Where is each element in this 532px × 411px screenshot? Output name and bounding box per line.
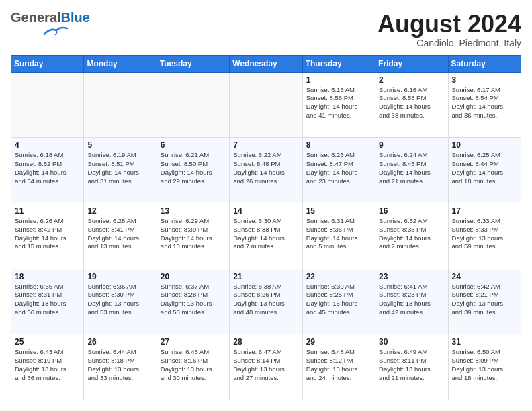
day-info: Sunrise: 6:31 AM Sunset: 8:36 PM Dayligh… bbox=[306, 217, 371, 251]
day-number: 21 bbox=[233, 272, 298, 281]
day-info: Sunrise: 6:24 AM Sunset: 8:45 PM Dayligh… bbox=[379, 151, 444, 185]
table-row: 7Sunrise: 6:22 AM Sunset: 8:48 PM Daylig… bbox=[230, 138, 302, 203]
table-row: 4Sunrise: 6:18 AM Sunset: 8:52 PM Daylig… bbox=[11, 138, 84, 203]
logo: GeneralBlue bbox=[11, 11, 90, 40]
day-number: 19 bbox=[87, 272, 152, 281]
day-info: Sunrise: 6:35 AM Sunset: 8:31 PM Dayligh… bbox=[15, 283, 80, 317]
day-info: Sunrise: 6:43 AM Sunset: 8:19 PM Dayligh… bbox=[15, 348, 80, 382]
day-info: Sunrise: 6:48 AM Sunset: 8:12 PM Dayligh… bbox=[306, 348, 371, 382]
day-number: 10 bbox=[452, 140, 517, 150]
day-number: 27 bbox=[161, 337, 226, 347]
table-row: 30Sunrise: 6:49 AM Sunset: 8:11 PM Dayli… bbox=[375, 334, 448, 400]
day-info: Sunrise: 6:18 AM Sunset: 8:52 PM Dayligh… bbox=[15, 151, 80, 185]
day-number: 26 bbox=[87, 337, 152, 347]
day-number: 8 bbox=[306, 140, 371, 150]
table-row: 17Sunrise: 6:33 AM Sunset: 8:33 PM Dayli… bbox=[448, 203, 521, 269]
table-row: 28Sunrise: 6:47 AM Sunset: 8:14 PM Dayli… bbox=[230, 334, 302, 400]
day-info: Sunrise: 6:42 AM Sunset: 8:21 PM Dayligh… bbox=[452, 283, 517, 317]
day-number: 2 bbox=[379, 75, 444, 85]
day-number: 1 bbox=[306, 75, 371, 85]
table-row: 21Sunrise: 6:38 AM Sunset: 8:26 PM Dayli… bbox=[230, 269, 302, 334]
day-number: 28 bbox=[233, 337, 298, 347]
day-info: Sunrise: 6:23 AM Sunset: 8:47 PM Dayligh… bbox=[306, 151, 371, 185]
table-row bbox=[230, 72, 302, 138]
table-row: 31Sunrise: 6:50 AM Sunset: 8:09 PM Dayli… bbox=[448, 334, 521, 400]
day-info: Sunrise: 6:29 AM Sunset: 8:39 PM Dayligh… bbox=[161, 217, 226, 251]
day-info: Sunrise: 6:36 AM Sunset: 8:30 PM Dayligh… bbox=[87, 283, 152, 317]
table-row: 26Sunrise: 6:44 AM Sunset: 8:18 PM Dayli… bbox=[84, 334, 157, 400]
table-row bbox=[157, 72, 229, 138]
table-row: 10Sunrise: 6:25 AM Sunset: 8:44 PM Dayli… bbox=[448, 138, 521, 203]
day-number: 7 bbox=[233, 140, 298, 150]
day-number: 3 bbox=[452, 75, 517, 85]
day-number: 29 bbox=[306, 337, 371, 347]
title-section: August 2024 Candiolo, Piedmont, Italy bbox=[378, 11, 521, 48]
table-row: 29Sunrise: 6:48 AM Sunset: 8:12 PM Dayli… bbox=[302, 334, 375, 400]
calendar-week-1: 1Sunrise: 6:15 AM Sunset: 8:56 PM Daylig… bbox=[11, 72, 521, 138]
day-number: 6 bbox=[161, 140, 226, 150]
calendar-table: Sunday Monday Tuesday Wednesday Thursday… bbox=[11, 55, 521, 400]
logo-text: GeneralBlue bbox=[11, 11, 90, 24]
day-number: 17 bbox=[452, 206, 517, 216]
day-info: Sunrise: 6:19 AM Sunset: 8:51 PM Dayligh… bbox=[87, 151, 152, 185]
day-number: 14 bbox=[233, 206, 298, 216]
day-number: 20 bbox=[161, 272, 226, 281]
day-number: 24 bbox=[452, 272, 517, 281]
day-info: Sunrise: 6:28 AM Sunset: 8:41 PM Dayligh… bbox=[87, 217, 152, 251]
day-info: Sunrise: 6:37 AM Sunset: 8:28 PM Dayligh… bbox=[161, 283, 226, 317]
table-row: 12Sunrise: 6:28 AM Sunset: 8:41 PM Dayli… bbox=[84, 203, 157, 269]
day-number: 16 bbox=[379, 206, 444, 216]
day-number: 18 bbox=[15, 272, 80, 281]
table-row: 14Sunrise: 6:30 AM Sunset: 8:38 PM Dayli… bbox=[230, 203, 302, 269]
day-info: Sunrise: 6:21 AM Sunset: 8:50 PM Dayligh… bbox=[161, 151, 226, 185]
day-info: Sunrise: 6:50 AM Sunset: 8:09 PM Dayligh… bbox=[452, 348, 517, 382]
table-row: 9Sunrise: 6:24 AM Sunset: 8:45 PM Daylig… bbox=[375, 138, 448, 203]
table-row: 24Sunrise: 6:42 AM Sunset: 8:21 PM Dayli… bbox=[448, 269, 521, 334]
day-number: 13 bbox=[161, 206, 226, 216]
month-title: August 2024 bbox=[378, 11, 521, 38]
logo-blue: Blue bbox=[60, 10, 89, 25]
col-monday: Monday bbox=[84, 55, 157, 72]
day-info: Sunrise: 6:16 AM Sunset: 8:55 PM Dayligh… bbox=[379, 86, 444, 120]
day-info: Sunrise: 6:32 AM Sunset: 8:35 PM Dayligh… bbox=[379, 217, 444, 251]
calendar-header-row: Sunday Monday Tuesday Wednesday Thursday… bbox=[11, 55, 521, 72]
table-row: 23Sunrise: 6:41 AM Sunset: 8:23 PM Dayli… bbox=[375, 269, 448, 334]
day-number: 5 bbox=[87, 140, 152, 150]
table-row: 20Sunrise: 6:37 AM Sunset: 8:28 PM Dayli… bbox=[157, 269, 229, 334]
day-info: Sunrise: 6:30 AM Sunset: 8:38 PM Dayligh… bbox=[233, 217, 298, 251]
header: GeneralBlue August 2024 Candiolo, Piedmo… bbox=[11, 11, 521, 48]
table-row: 1Sunrise: 6:15 AM Sunset: 8:56 PM Daylig… bbox=[302, 72, 375, 138]
table-row: 11Sunrise: 6:26 AM Sunset: 8:42 PM Dayli… bbox=[11, 203, 84, 269]
page: GeneralBlue August 2024 Candiolo, Piedmo… bbox=[0, 0, 532, 411]
day-info: Sunrise: 6:44 AM Sunset: 8:18 PM Dayligh… bbox=[87, 348, 152, 382]
day-number: 23 bbox=[379, 272, 444, 281]
day-info: Sunrise: 6:45 AM Sunset: 8:16 PM Dayligh… bbox=[161, 348, 226, 382]
day-info: Sunrise: 6:47 AM Sunset: 8:14 PM Dayligh… bbox=[233, 348, 298, 382]
calendar-week-5: 25Sunrise: 6:43 AM Sunset: 8:19 PM Dayli… bbox=[11, 334, 521, 400]
day-info: Sunrise: 6:38 AM Sunset: 8:26 PM Dayligh… bbox=[233, 283, 298, 317]
location-subtitle: Candiolo, Piedmont, Italy bbox=[378, 38, 521, 48]
table-row: 16Sunrise: 6:32 AM Sunset: 8:35 PM Dayli… bbox=[375, 203, 448, 269]
col-friday: Friday bbox=[375, 55, 448, 72]
col-saturday: Saturday bbox=[448, 55, 521, 72]
table-row: 6Sunrise: 6:21 AM Sunset: 8:50 PM Daylig… bbox=[157, 138, 229, 203]
table-row: 15Sunrise: 6:31 AM Sunset: 8:36 PM Dayli… bbox=[302, 203, 375, 269]
table-row: 8Sunrise: 6:23 AM Sunset: 8:47 PM Daylig… bbox=[302, 138, 375, 203]
day-number: 9 bbox=[379, 140, 444, 150]
table-row: 19Sunrise: 6:36 AM Sunset: 8:30 PM Dayli… bbox=[84, 269, 157, 334]
table-row: 18Sunrise: 6:35 AM Sunset: 8:31 PM Dayli… bbox=[11, 269, 84, 334]
day-number: 31 bbox=[452, 337, 517, 347]
day-number: 22 bbox=[306, 272, 371, 281]
table-row: 22Sunrise: 6:39 AM Sunset: 8:25 PM Dayli… bbox=[302, 269, 375, 334]
table-row: 27Sunrise: 6:45 AM Sunset: 8:16 PM Dayli… bbox=[157, 334, 229, 400]
calendar-week-4: 18Sunrise: 6:35 AM Sunset: 8:31 PM Dayli… bbox=[11, 269, 521, 334]
table-row bbox=[11, 72, 84, 138]
table-row: 2Sunrise: 6:16 AM Sunset: 8:55 PM Daylig… bbox=[375, 72, 448, 138]
calendar-week-2: 4Sunrise: 6:18 AM Sunset: 8:52 PM Daylig… bbox=[11, 138, 521, 203]
day-info: Sunrise: 6:39 AM Sunset: 8:25 PM Dayligh… bbox=[306, 283, 371, 317]
table-row: 5Sunrise: 6:19 AM Sunset: 8:51 PM Daylig… bbox=[84, 138, 157, 203]
logo-bird-icon bbox=[43, 25, 69, 37]
calendar-week-3: 11Sunrise: 6:26 AM Sunset: 8:42 PM Dayli… bbox=[11, 203, 521, 269]
table-row bbox=[84, 72, 157, 138]
day-number: 15 bbox=[306, 206, 371, 216]
